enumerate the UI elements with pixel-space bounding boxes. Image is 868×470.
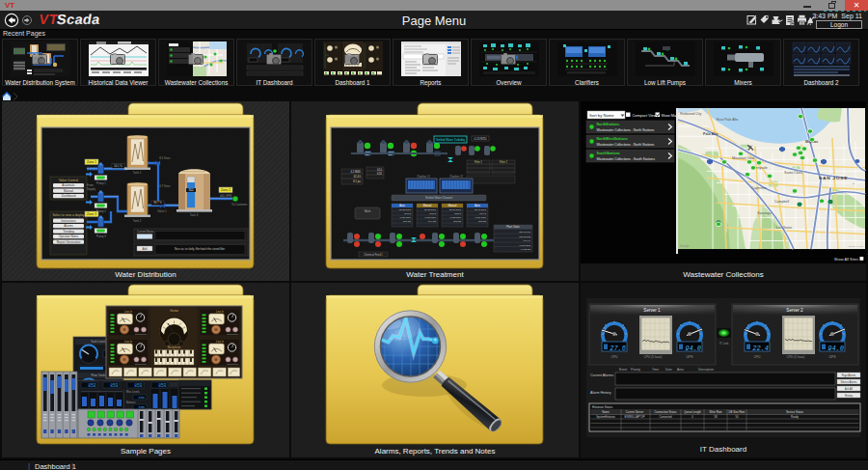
svg-text:4.2 MGD: 4.2 MGD [351, 170, 362, 174]
svg-text:+: + [853, 181, 854, 185]
svg-text:Saratoga: Saratoga [757, 211, 772, 215]
svg-text:1,482 hrs: 1,482 hrs [521, 248, 531, 251]
svg-text:74.2: 74.2 [188, 188, 194, 192]
svg-text:Automatic: Automatic [62, 183, 75, 187]
svg-text:Event: Event [619, 368, 627, 372]
svg-text:Pump 1: Pump 1 [96, 181, 106, 185]
svg-text:Redwood City: Redwood City [680, 112, 702, 116]
svg-text:0.082 NTU: 0.082 NTU [449, 216, 461, 219]
svg-text:Auto: Auto [399, 204, 405, 207]
svg-text:124.18 MG: 124.18 MG [519, 231, 530, 234]
svg-text:Chemical Feed 1: Chemical Feed 1 [364, 253, 383, 257]
svg-text:50: 50 [736, 415, 739, 419]
svg-text:6.32: 6.32 [377, 172, 383, 176]
svg-text:850: 850 [110, 383, 119, 388]
svg-text:Current Server: Current Server [626, 410, 643, 414]
svg-text:Zone 2: Zone 2 [221, 188, 231, 192]
svg-text:Sort by Name: Sort by Name [589, 113, 614, 118]
svg-text:Page Alarms: Page Alarms [842, 373, 856, 377]
svg-text:NorthWestStations: NorthWestStations [597, 137, 628, 141]
svg-text:Terms of Use: Terms of Use [849, 245, 864, 248]
svg-text:98.4 %: 98.4 % [524, 239, 531, 242]
svg-text:460 GPM: 460 GPM [220, 194, 232, 198]
svg-text:Server 2: Server 2 [786, 308, 803, 313]
svg-text:SouthStations: SouthStations [597, 152, 620, 155]
svg-text:Wastewater Collections - South: Wastewater Collections - South Stations [597, 157, 656, 161]
svg-text:To Customer: To Customer [231, 203, 247, 207]
svg-text:871 hrs: 871 hrs [403, 220, 412, 223]
svg-text:41.0: 41.0 [377, 168, 383, 172]
svg-text:62.4 ft: 62.4 ft [354, 175, 361, 179]
svg-text:DB Size Rate: DB Size Rate [729, 410, 746, 414]
svg-text:30.62 GPM: 30.62 GPM [424, 208, 436, 211]
svg-text:CPU (5 hour): CPU (5 hour) [787, 355, 805, 359]
svg-text:794 hrs: 794 hrs [428, 220, 437, 223]
svg-text:Connection Status: Connection Status [655, 410, 677, 414]
svg-text:Service Status: Service Status [786, 410, 804, 414]
svg-text:History: History [845, 394, 854, 398]
svg-text:Write Rate: Write Rate [709, 410, 722, 414]
svg-text:UPS: UPS [687, 355, 694, 359]
svg-text:31.35 GPM: 31.35 GPM [399, 208, 411, 211]
svg-text:850: 850 [134, 383, 143, 388]
svg-text:Select to view a display: Select to view a display [52, 213, 85, 217]
svg-text:Flow Totals: Flow Totals [92, 373, 106, 377]
svg-text:Connected: Connected [660, 415, 673, 419]
svg-text:Balance: Balance [126, 401, 136, 404]
svg-text:Santa Clara: Santa Clara [784, 171, 802, 175]
svg-text:Zone 1: Zone 1 [87, 160, 96, 164]
svg-text:Misc Levels: Misc Levels [126, 390, 140, 394]
svg-text:31.08 GPM: 31.08 GPM [449, 208, 461, 211]
svg-text:Nice car, to clarify, filter b: Nice car, to clarify, filter batch the c… [175, 247, 225, 251]
svg-text:Current Notes: Current Notes [137, 230, 154, 234]
svg-text:Line In: Line In [124, 310, 132, 314]
svg-text:0.13 NTU: 0.13 NTU [475, 137, 487, 141]
svg-text:Wash: Wash [365, 209, 371, 213]
svg-text:Settled Water Turbidity: Settled Water Turbidity [436, 138, 466, 142]
svg-text:802 hrs: 802 hrs [478, 220, 487, 223]
svg-text:30.91 GPM: 30.91 GPM [475, 208, 486, 211]
svg-text:CPU: CPU [753, 355, 761, 359]
svg-text:Ack All: Ack All [845, 387, 853, 391]
svg-text:850: 850 [158, 383, 167, 388]
svg-text:SystemHistorian: SystemHistorian [596, 415, 615, 419]
svg-text:2.19 ft: 2.19 ft [479, 212, 486, 215]
svg-text:Add: Add [143, 247, 148, 251]
svg-text:Server 1: Server 1 [643, 308, 661, 313]
svg-text:Filter 1: Filter 1 [475, 160, 482, 164]
svg-text:Pump 3: Pump 3 [96, 235, 106, 238]
svg-text:Mountain View: Mountain View [732, 156, 755, 160]
svg-text:Report Generation: Report Generation [57, 240, 81, 244]
svg-text:Trending: Trending [63, 230, 74, 234]
svg-text:Supply: Supply [87, 187, 95, 191]
svg-text:54.1 %: 54.1 % [114, 164, 122, 168]
svg-text:Tank 1: Tank 1 [133, 171, 142, 175]
svg-text:94.0: 94.0 [685, 345, 701, 352]
svg-text:Historian Status: Historian Status [592, 405, 613, 409]
svg-text:Settled Water Channel: Settled Water Channel [425, 196, 452, 200]
svg-text:850: 850 [139, 405, 145, 409]
svg-text:Auto: Auto [475, 204, 480, 207]
svg-text:0.079 NTU: 0.079 NTU [475, 216, 486, 219]
svg-text:0.081 NTU: 0.081 NTU [399, 216, 411, 219]
svg-text:118.62 MG: 118.62 MG [519, 235, 530, 238]
svg-text:Cupertino: Cupertino [751, 186, 767, 190]
svg-text:Zone 3: Zone 3 [87, 212, 96, 216]
svg-text:Description: Description [698, 368, 714, 372]
svg-text:0.080 NTU: 0.080 NTU [424, 216, 436, 219]
svg-text:Tank Levels: Tank Levels [91, 340, 106, 344]
svg-text:Manual: Manual [423, 204, 432, 207]
svg-text:Show All Sites: Show All Sites [834, 257, 858, 262]
svg-text:East Palo Alto: East Palo Alto [717, 118, 738, 122]
svg-text:0.091 NTU: 0.091 NTU [519, 244, 530, 247]
svg-text:Los Gatos: Los Gatos [776, 226, 793, 230]
svg-text:Plant Totals: Plant Totals [506, 225, 520, 229]
svg-text:8.2 ft/sec: 8.2 ft/sec [159, 156, 171, 160]
svg-text:NorthStations: NorthStations [597, 123, 620, 126]
svg-text:Valve Control: Valve Control [59, 179, 78, 182]
svg-text:Queue Length: Queue Length [684, 410, 701, 414]
svg-text:Guitar: Guitar [170, 309, 179, 313]
svg-text:Pump 2: Pump 2 [96, 209, 106, 213]
svg-text:Current Alarms: Current Alarms [590, 373, 613, 377]
svg-text:Alarms: Alarms [64, 224, 73, 228]
